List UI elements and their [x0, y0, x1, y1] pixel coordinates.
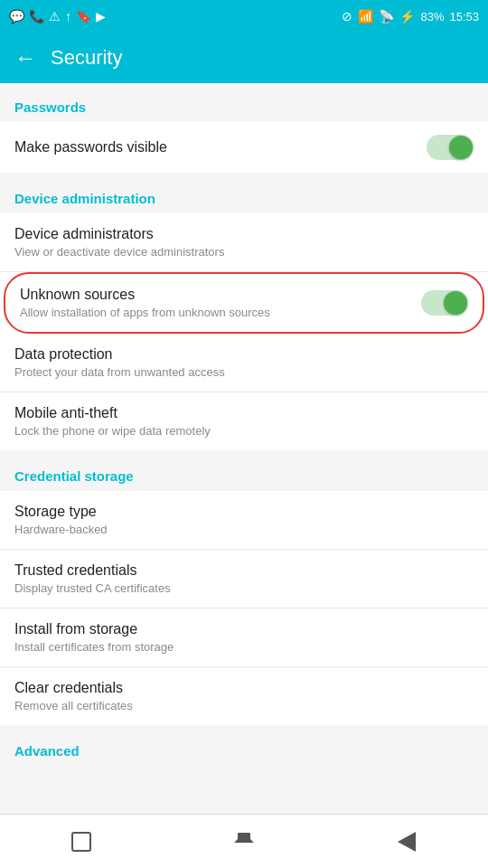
data-protection-item[interactable]: Data protection Protect your data from u…: [0, 334, 488, 392]
bookmark-icon: 🔖: [76, 9, 91, 24]
recents-icon: [71, 832, 91, 852]
device-administrators-subtitle: View or deactivate device administrators: [14, 245, 474, 259]
nav-back-button[interactable]: [380, 815, 434, 869]
data-protection-subtitle: Protect your data from unwanted access: [14, 365, 474, 379]
toolbar: ← Security: [0, 33, 488, 83]
device-administration-header: Device administration: [0, 175, 488, 213]
phone-icon: 📞: [29, 9, 44, 24]
toggle-knob: [449, 136, 473, 159]
passwords-section: Passwords Make passwords visible: [0, 83, 488, 173]
advanced-section: Advanced: [0, 727, 488, 766]
status-bar-right: ⊘ 📶 📡 ⚡ 83% 15:53: [342, 9, 479, 24]
credential-storage-section: Credential storage Storage type Hardware…: [0, 452, 488, 725]
install-from-storage-subtitle: Install certificates from storage: [14, 640, 474, 654]
page-title: Security: [51, 46, 122, 70]
make-passwords-visible-title: Make passwords visible: [14, 139, 427, 156]
battery-level: 83%: [420, 10, 444, 24]
device-administration-items: Device administrators View or deactivate…: [0, 213, 488, 450]
unknown-sources-subtitle: Allow installation of apps from unknown …: [20, 306, 421, 319]
device-administrators-item[interactable]: Device administrators View or deactivate…: [0, 213, 488, 272]
youtube-icon: ▶: [96, 9, 106, 24]
back-triangle-icon: [398, 832, 416, 852]
nav-home-button[interactable]: [217, 815, 271, 869]
trusted-credentials-title: Trusted credentials: [14, 562, 474, 579]
storage-type-subtitle: Hardware-backed: [14, 523, 474, 536]
back-button[interactable]: ←: [14, 45, 36, 71]
whatsapp-icon: 💬: [9, 9, 24, 24]
install-from-storage-title: Install from storage: [14, 621, 474, 637]
signal-icon: 📡: [379, 9, 394, 24]
data-protection-title: Data protection: [14, 346, 474, 363]
bolt-icon: ⚡: [399, 9, 415, 24]
toggle-knob: [444, 291, 467, 315]
device-administration-section: Device administration Device administrat…: [0, 175, 488, 450]
install-from-storage-item[interactable]: Install from storage Install certificate…: [0, 609, 488, 667]
device-administrators-title: Device administrators: [14, 226, 474, 242]
upload-icon: ↑: [65, 9, 71, 24]
nav-recents-button[interactable]: [54, 815, 108, 869]
content: Passwords Make passwords visible Device …: [0, 83, 488, 849]
passwords-header: Passwords: [0, 83, 488, 122]
trusted-credentials-subtitle: Display trusted CA certificates: [14, 581, 474, 595]
storage-type-title: Storage type: [14, 504, 474, 520]
unknown-sources-toggle[interactable]: [421, 290, 468, 316]
credential-storage-header: Credential storage: [0, 452, 488, 491]
unknown-sources-item[interactable]: Unknown sources Allow installation of ap…: [4, 272, 484, 334]
clear-credentials-item[interactable]: Clear credentials Remove all certificate…: [0, 667, 488, 725]
no-disturb-icon: ⊘: [342, 9, 352, 24]
mobile-anti-theft-subtitle: Lock the phone or wipe data remotely: [14, 424, 474, 438]
advanced-header: Advanced: [0, 727, 488, 766]
wifi-icon: 📶: [358, 9, 373, 24]
mobile-anti-theft-title: Mobile anti-theft: [14, 405, 474, 421]
unknown-sources-title: Unknown sources: [20, 287, 421, 303]
clear-credentials-subtitle: Remove all certificates: [14, 699, 474, 712]
home-icon: [234, 833, 254, 843]
make-passwords-visible-item[interactable]: Make passwords visible: [0, 122, 488, 173]
credential-storage-items: Storage type Hardware-backed Trusted cre…: [0, 491, 488, 725]
storage-type-item[interactable]: Storage type Hardware-backed: [0, 491, 488, 550]
warning-icon: ⚠: [49, 9, 61, 24]
make-passwords-visible-toggle[interactable]: [427, 135, 474, 160]
passwords-items: Make passwords visible: [0, 122, 488, 173]
clear-credentials-title: Clear credentials: [14, 680, 474, 696]
mobile-anti-theft-item[interactable]: Mobile anti-theft Lock the phone or wipe…: [0, 392, 488, 450]
trusted-credentials-item[interactable]: Trusted credentials Display trusted CA c…: [0, 550, 488, 609]
clock: 15:53: [449, 10, 479, 24]
nav-bar: [0, 814, 488, 868]
status-bar-left: 💬 📞 ⚠ ↑ 🔖 ▶: [9, 9, 106, 24]
status-bar: 💬 📞 ⚠ ↑ 🔖 ▶ ⊘ 📶 📡 ⚡ 83% 15:53: [0, 0, 488, 33]
